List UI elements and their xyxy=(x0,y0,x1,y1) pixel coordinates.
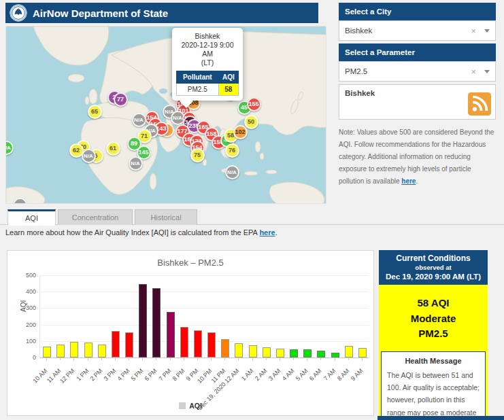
tab-bar: AQI Concentration Historical xyxy=(0,209,504,225)
parameter-panel-header: Select a Parameter xyxy=(339,43,496,61)
rss-icon[interactable] xyxy=(468,92,491,116)
aqi-world-map[interactable]: N/AN/A27765N/A154154143N/A7189145N/A6170… xyxy=(5,26,326,204)
chart-bar[interactable] xyxy=(84,343,93,357)
popup-city: Bishkek xyxy=(176,32,239,41)
cc-category: Moderate xyxy=(379,311,488,327)
chart-bar[interactable] xyxy=(249,345,257,357)
popup-col-aqi: AQI xyxy=(218,71,238,83)
map-marker[interactable]: 77 xyxy=(114,92,128,107)
chart-bar[interactable] xyxy=(180,327,188,357)
chart-bar[interactable] xyxy=(112,331,120,357)
chart-bar[interactable] xyxy=(358,348,367,357)
legend-swatch xyxy=(179,402,186,409)
chart-bar[interactable] xyxy=(317,351,325,357)
chart-plot-area: 0100200300400500 xyxy=(39,275,369,357)
parameter-select-value: PM2.5 xyxy=(345,67,471,75)
chart-y-tick: 400 xyxy=(26,288,36,295)
city-select[interactable]: Bishkek × xyxy=(339,20,496,41)
cc-observed-at: observed at xyxy=(380,264,486,271)
chart-bar[interactable] xyxy=(276,349,284,357)
chart-x-tick xyxy=(142,357,143,360)
chart-x-tick xyxy=(73,357,74,360)
health-message-box: Health Message The AQI is between 51 and… xyxy=(381,351,486,420)
parameter-select[interactable]: PM2.5 × xyxy=(339,61,496,82)
learn-more-text: Learn more about how the Air Quality Ind… xyxy=(5,228,278,237)
tab-historical[interactable]: Historical xyxy=(135,209,197,225)
chart-bar[interactable] xyxy=(125,332,133,357)
map-marker[interactable]: 102 xyxy=(233,125,248,139)
cc-datetime: Dec 19, 2020 9:00 AM (LT) xyxy=(380,273,486,281)
chart-bar[interactable] xyxy=(152,288,161,357)
chart-bar[interactable] xyxy=(167,312,175,357)
cc-title: Current Conditions xyxy=(380,253,486,263)
chart-x-tick xyxy=(88,357,88,360)
learn-more-here-link[interactable]: here xyxy=(259,228,275,237)
chart-x-tick xyxy=(197,357,198,360)
chart-gridline xyxy=(40,308,369,309)
popup-col-pollutant: Pollutant xyxy=(177,71,219,83)
chart-bar[interactable] xyxy=(235,343,243,357)
legend-label[interactable]: AQI xyxy=(189,402,202,410)
chart-x-tick xyxy=(156,357,156,360)
page-title: AirNow Department of State xyxy=(33,7,168,19)
map-marker[interactable]: 155 xyxy=(247,97,261,111)
parameter-caret-icon[interactable] xyxy=(484,70,490,73)
chart-x-tick xyxy=(293,357,294,360)
parameter-panel: Select a Parameter PM2.5 × xyxy=(339,43,496,82)
tab-aqi[interactable]: AQI xyxy=(7,209,56,226)
map-marker[interactable]: 50 xyxy=(244,115,258,129)
airnow-page: AirNow Department of State xyxy=(0,0,504,420)
chart-x-tick xyxy=(238,357,239,360)
cc-aqi-value: 58 AQI xyxy=(379,296,488,311)
city-caret-icon[interactable] xyxy=(484,29,490,33)
chart-bar[interactable] xyxy=(303,349,312,357)
popup-pollutant-value: PM2.5 xyxy=(177,83,219,95)
chart-bar[interactable] xyxy=(70,342,78,357)
map-marker[interactable]: 76 xyxy=(225,143,239,158)
chart-gridline xyxy=(40,292,369,292)
chart-x-tick xyxy=(335,357,335,360)
chart-gridline xyxy=(40,325,369,326)
app-header: AirNow Department of State xyxy=(5,3,318,23)
chart-y-tick: 200 xyxy=(26,321,36,328)
chart-bar[interactable] xyxy=(221,339,229,357)
current-conditions-panel: Current Conditions observed at Dec 19, 2… xyxy=(379,250,488,420)
chart-x-tick xyxy=(115,357,116,360)
city-clear-icon[interactable]: × xyxy=(471,26,476,36)
map-marker[interactable]: 75 xyxy=(190,148,205,162)
next-section-header-bar xyxy=(377,416,504,420)
chart-bar[interactable] xyxy=(331,353,339,357)
chart-bar[interactable] xyxy=(263,347,271,357)
map-marker[interactable]: N/A xyxy=(132,113,146,127)
chart-bar[interactable] xyxy=(98,345,106,357)
chart-x-tick xyxy=(362,357,363,360)
chart-x-axis xyxy=(39,357,369,358)
chart-x-tick xyxy=(46,357,47,360)
note-here-link[interactable]: here xyxy=(401,177,416,185)
chart-x-tick xyxy=(307,357,307,360)
chart-x-tick xyxy=(348,357,349,360)
map-marker[interactable]: N/A xyxy=(129,156,143,171)
chart-bar[interactable] xyxy=(207,332,216,357)
chart-bar[interactable] xyxy=(345,346,353,357)
city-panel-header: Select a City xyxy=(339,3,496,20)
popup-datetime: 2020-12-19 9:00 AM xyxy=(176,41,239,58)
chart-bar[interactable] xyxy=(290,349,298,357)
chart-bar[interactable] xyxy=(56,345,65,357)
chart-bar[interactable] xyxy=(194,330,202,357)
health-message-text: The AQI is between 51 and 100. Air quali… xyxy=(387,369,480,420)
map-marker[interactable]: 61 xyxy=(106,141,120,156)
chart-bar[interactable] xyxy=(139,284,147,357)
cc-aqi-block: 58 AQI Moderate PM2.5 xyxy=(379,285,488,351)
chart-y-tick: 100 xyxy=(26,338,36,345)
map-marker[interactable]: 65 xyxy=(88,105,102,119)
tab-concentration[interactable]: Concentration xyxy=(58,209,133,225)
city-panel: Select a City Bishkek × xyxy=(339,3,496,41)
chart-bar[interactable] xyxy=(43,347,51,357)
map-marker[interactable]: N/A xyxy=(82,149,96,163)
state-department-seal-icon xyxy=(10,4,27,22)
chart-gridline xyxy=(40,341,369,342)
chart-x-tick xyxy=(224,357,225,360)
map-marker[interactable]: N/A xyxy=(225,165,239,179)
parameter-clear-icon[interactable]: × xyxy=(471,67,476,77)
